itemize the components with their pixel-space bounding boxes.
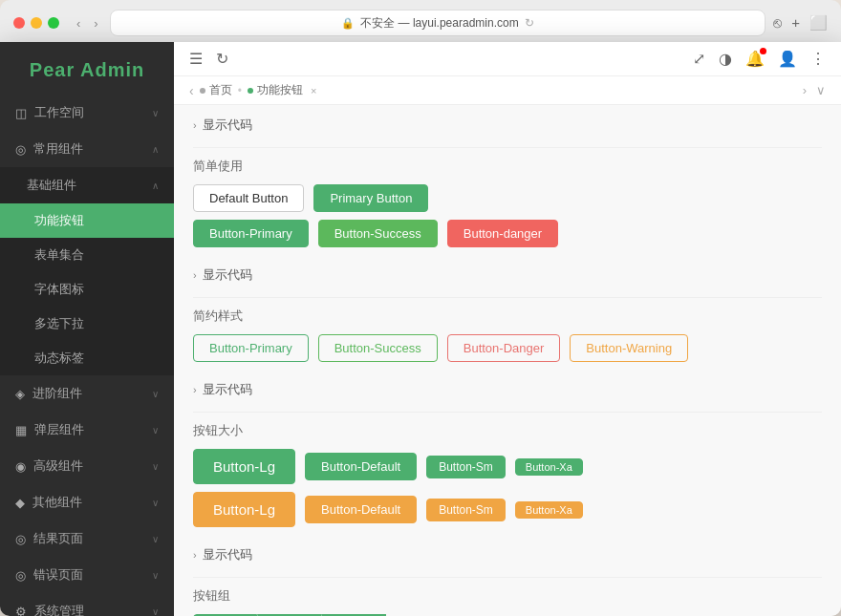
chevron-down-icon-err: ∨ [152,570,159,581]
btn-default[interactable]: Default Button [193,184,304,212]
buttons-size-orange-row: Button-Lg Button-Default Button-Sm Butto… [193,492,822,527]
sidebar-item-sysadmin[interactable]: ⚙ 系统管理 ∨ [0,593,174,616]
theme-icon[interactable]: ◑ [719,50,732,68]
sidebar-sub-basic-items: 功能按钮 表单集合 字体图标 多选下拉 动态标签 [0,203,174,375]
show-code-toggle-4[interactable]: › 显示代码 [193,535,822,571]
sidebar-item-error[interactable]: ◎ 错误页面 ∨ [0,557,174,593]
btn-outline-primary[interactable]: Button-Primary [193,334,309,362]
section4-label: 按钮组 [193,587,822,605]
sidebar-label-common: 常用组件 [33,140,83,158]
close-window-button[interactable] [13,17,25,29]
notification-bell[interactable]: 🔔 [745,50,765,68]
minimize-window-button[interactable] [31,17,42,29]
chevron-down-icon: ∨ [152,108,159,118]
chevron-up-icon-basic: ∧ [152,181,159,191]
sidebar-item-result[interactable]: ◎ 结果页面 ∨ [0,520,174,557]
sidebar-item-other[interactable]: ◆ 其他组件 ∨ [0,484,174,520]
breadcrumb-nav-right[interactable]: › [803,83,807,97]
nav-back-button[interactable]: ‹ [73,14,84,32]
btn-outline-danger[interactable]: Button-Danger [447,334,561,362]
sidebar-label-other: 其他组件 [32,494,82,511]
btn-orange-xs[interactable]: Button-Xa [515,501,583,519]
top-toolbar: ☰ ↻ ⤢ ◑ 🔔 👤 ⋮ [174,42,841,76]
chevron-down-icon-res: ∨ [152,534,159,544]
more-icon[interactable]: ⬜ [809,14,828,32]
btn-button-success[interactable]: Button-Success [318,220,438,247]
show-code-label-2: 显示代码 [203,266,252,284]
sidebar-item-basic[interactable]: 基础组件 ∧ [0,167,174,203]
divider-1 [193,147,822,148]
buttons-solid-row: Button-Primary Button-Success Button-dan… [193,220,822,247]
btn-button-danger[interactable]: Button-danger [447,220,558,247]
show-code-toggle-1[interactable]: › 显示代码 [193,105,822,141]
breadcrumb-bar: ‹ 首页 • 功能按钮 × › ∨ [174,76,841,105]
show-code-label-3: 显示代码 [203,381,252,398]
sidebar-item-icons[interactable]: 字体图标 [0,272,174,307]
new-tab-icon[interactable]: + [791,14,800,32]
sidebar-item-function-btn[interactable]: 功能按钮 [0,203,174,238]
btn-outline-warning[interactable]: Button-Warning [570,334,688,362]
share-icon[interactable]: ⎋ [773,14,782,32]
sidebar-item-popup[interactable]: ▦ 弹层组件 ∨ [0,412,174,448]
btn-green-xs[interactable]: Button-Xa [515,458,583,476]
sidebar-item-dynamic-tag[interactable]: 动态标签 [0,341,174,375]
notification-dot [760,48,766,54]
nav-forward-button[interactable]: › [90,14,101,32]
sidebar-item-workspace[interactable]: ◫ 工作空间 ∨ [0,95,174,131]
address-bar[interactable]: 🔒 不安全 — layui.pearadmin.com ↻ [110,10,766,36]
fullscreen-icon[interactable]: ⤢ [693,50,705,68]
sidebar-item-advanced2[interactable]: ◉ 高级组件 ∨ [0,448,174,484]
browser-actions: ⎋ + ⬜ [773,14,828,32]
sidebar-item-multiselect[interactable]: 多选下拉 [0,307,174,341]
sidebar-label-form: 表单集合 [34,246,84,264]
buttons-simple-row: Default Button Primary Button [193,184,822,212]
reload-icon[interactable]: ↻ [525,16,534,30]
btn-button-primary[interactable]: Button-Primary [193,220,309,247]
app-window: Pear Admin ◫ 工作空间 ∨ ◎ 常用组件 ∧ 基础组件 ∧ [0,42,841,616]
refresh-icon[interactable]: ↻ [216,50,228,68]
sysadmin-icon: ⚙ [15,605,27,617]
show-code-toggle-3[interactable]: › 显示代码 [193,370,822,406]
section1-label: 简单使用 [193,158,822,175]
sidebar-logo: Pear Admin [0,42,174,95]
menu-toggle-icon[interactable]: ☰ [189,50,203,68]
breadcrumb-nav-prev[interactable]: ‹ [189,83,194,98]
tab-close-icon[interactable]: × [311,85,316,96]
divider-2 [193,297,822,298]
sidebar-label-result: 结果页面 [33,530,83,547]
breadcrumb-home-label: 首页 [209,82,232,98]
section2-label: 简约样式 [193,308,822,325]
btn-primary[interactable]: Primary Button [313,184,428,212]
btn-green-default[interactable]: Button-Default [305,453,417,480]
sidebar-label-function-btn: 功能按钮 [34,212,84,229]
chevron-down-icon-pop: ∨ [152,425,159,435]
btn-green-sm[interactable]: Button-Sm [426,456,506,478]
lock-icon: 🔒 [341,17,355,30]
chevron-down-icon-adv: ∨ [152,389,159,399]
breadcrumb-current-label: 功能按钮 [257,82,303,98]
user-icon[interactable]: 👤 [778,50,797,68]
btn-orange-default[interactable]: Button-Default [305,496,417,523]
more-menu-icon[interactable]: ⋮ [810,50,826,68]
sidebar-item-form[interactable]: 表单集合 [0,238,174,272]
breadcrumb-home[interactable]: 首页 [200,82,232,98]
sidebar-item-advanced[interactable]: ◈ 进阶组件 ∨ [0,375,174,412]
window-controls: ‹ › [73,14,102,32]
divider-3 [193,412,822,413]
sidebar-label-advanced2: 高级组件 [33,457,83,475]
sidebar-label-basic: 基础组件 [27,177,76,194]
breadcrumb-dot-home [200,88,205,94]
show-code-label-4: 显示代码 [203,546,252,563]
btn-outline-success[interactable]: Button-Success [318,334,438,362]
maximize-window-button[interactable] [48,17,59,29]
breadcrumb-nav-more[interactable]: ∨ [816,83,826,97]
btn-orange-sm[interactable]: Button-Sm [426,499,506,521]
btn-green-lg[interactable]: Button-Lg [193,449,295,484]
show-code-toggle-2[interactable]: › 显示代码 [193,255,822,291]
sidebar-item-common[interactable]: ◎ 常用组件 ∧ [0,131,174,167]
chevron-down-icon-sys: ∨ [152,606,159,617]
sidebar-sub-basic: 基础组件 ∧ 功能按钮 表单集合 字体图标 多选下拉 动态标签 [0,167,174,375]
breadcrumb-current[interactable]: 功能按钮 × [248,82,316,98]
browser-chrome: ‹ › 🔒 不安全 — layui.pearadmin.com ↻ ⎋ + ⬜ [0,0,841,42]
btn-orange-lg[interactable]: Button-Lg [193,492,295,527]
